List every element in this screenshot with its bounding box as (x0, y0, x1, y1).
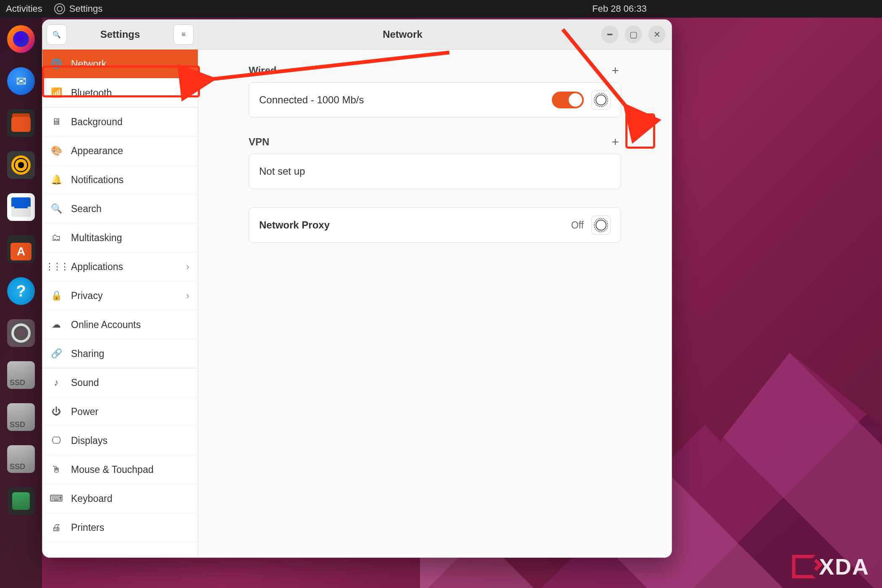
dock-trash[interactable] (7, 487, 35, 515)
search-icon (51, 203, 62, 214)
sidebar-title: Settings (71, 29, 169, 40)
dock-app-help[interactable] (7, 277, 35, 305)
privacy-icon (51, 290, 62, 301)
dock-app-ubuntu-software[interactable] (7, 235, 35, 263)
network-page: Wired + Connected - 1000 Mb/s (198, 50, 672, 276)
sidebar-item-power[interactable]: Power (42, 397, 198, 426)
sharing-icon (51, 348, 62, 359)
sidebar-item-label: Background (71, 116, 123, 128)
xda-watermark: XDA (792, 554, 869, 580)
main-header: Network ━ ▢ ✕ (198, 20, 672, 50)
settings-sidebar: 🔍 Settings ≡ NetworkBluetoothBackgroundA… (42, 20, 198, 557)
power-icon (51, 406, 62, 417)
sidebar-item-printers[interactable]: Printers (42, 513, 198, 542)
sidebar-item-label: Search (71, 203, 102, 215)
sidebar-item-applications[interactable]: Applications› (42, 252, 198, 281)
sidebar-item-label: Multitasking (71, 232, 122, 244)
sidebar-item-label: Printers (71, 522, 104, 533)
gear-icon (596, 220, 606, 231)
sidebar-item-label: Online Accounts (71, 319, 141, 331)
page-title: Network (204, 29, 601, 40)
dock-app-files[interactable] (7, 109, 35, 137)
window-minimize-button[interactable]: ━ (601, 26, 619, 43)
bluetooth-icon (51, 87, 62, 98)
sidebar-item-notifications[interactable]: Notifications (42, 165, 198, 194)
sidebar-list: NetworkBluetoothBackgroundAppearanceNoti… (42, 50, 198, 557)
wired-toggle[interactable] (552, 92, 584, 108)
plus-icon: + (612, 63, 619, 78)
sidebar-item-label: Sound (71, 377, 99, 388)
vpn-section: VPN + Not set up (249, 136, 621, 189)
dock-app-libreoffice-writer[interactable] (7, 193, 35, 221)
xda-logo-icon (792, 555, 816, 578)
network-proxy-row[interactable]: Network Proxy Off (249, 208, 621, 242)
chevron-right-icon: › (186, 261, 189, 273)
sidebar-menu-button[interactable]: ≡ (173, 24, 194, 45)
sidebar-item-multitasking[interactable]: Multitasking (42, 223, 198, 252)
dock-app-thunderbird[interactable] (7, 67, 35, 95)
vpn-heading: VPN (249, 136, 269, 148)
wired-connection-row: Connected - 1000 Mb/s (249, 83, 621, 117)
sidebar-item-network[interactable]: Network (42, 50, 198, 79)
sidebar-item-background[interactable]: Background (42, 108, 198, 136)
sidebar-item-sound[interactable]: Sound (42, 368, 198, 397)
dock-app-settings[interactable] (7, 319, 35, 347)
sidebar-item-label: Mouse & Touchpad (71, 464, 154, 475)
sidebar-item-label: Applications (71, 261, 123, 273)
window-close-button[interactable]: ✕ (648, 26, 666, 43)
sidebar-header: 🔍 Settings ≡ (42, 20, 198, 50)
sidebar-item-sharing[interactable]: Sharing (42, 339, 198, 368)
search-icon: 🔍 (52, 31, 61, 39)
sidebar-item-keyboard[interactable]: Keyboard (42, 484, 198, 513)
activities-button[interactable]: Activities (6, 3, 42, 14)
sidebar-item-bluetooth[interactable]: Bluetooth (42, 79, 198, 108)
sidebar-item-appearance[interactable]: Appearance (42, 136, 198, 165)
wired-settings-button[interactable] (591, 90, 611, 110)
clock[interactable]: Feb 28 06:33 (592, 3, 647, 14)
proxy-label: Network Proxy (259, 219, 330, 231)
sidebar-item-label: Bluetooth (71, 87, 112, 99)
vpn-add-button[interactable]: + (609, 136, 621, 148)
settings-main-panel: Network ━ ▢ ✕ Wired + Connected - 1000 M… (198, 20, 672, 557)
appearance-icon (51, 145, 62, 156)
minimize-icon: ━ (607, 29, 612, 39)
applications-icon (51, 261, 62, 272)
settings-window: 🔍 Settings ≡ NetworkBluetoothBackgroundA… (42, 19, 672, 558)
proxy-settings-button[interactable] (591, 215, 611, 235)
sidebar-item-label: Network (71, 58, 106, 70)
wired-section: Wired + Connected - 1000 Mb/s (249, 65, 621, 118)
sidebar-item-displays[interactable]: Displays (42, 426, 198, 455)
dock-drive-ssd-2[interactable] (7, 403, 35, 431)
dock-app-firefox[interactable] (7, 25, 35, 53)
window-maximize-button[interactable]: ▢ (625, 26, 642, 43)
background-icon (51, 116, 62, 127)
mouse-touchpad-icon (51, 464, 62, 475)
sidebar-item-label: Privacy (71, 290, 102, 302)
dock-app-rhythmbox[interactable] (7, 151, 35, 179)
sidebar-item-privacy[interactable]: Privacy› (42, 281, 198, 310)
sidebar-search-button[interactable]: 🔍 (47, 24, 67, 45)
gnome-top-bar: Activities Settings Feb 28 06:33 (0, 0, 882, 18)
dock-drive-ssd-3[interactable] (7, 445, 35, 473)
wired-add-button[interactable]: + (609, 65, 621, 76)
sidebar-item-mouse-touchpad[interactable]: Mouse & Touchpad (42, 455, 198, 484)
chevron-right-icon: › (186, 290, 189, 302)
ubuntu-dock (0, 18, 42, 588)
sidebar-item-online-accounts[interactable]: Online Accounts (42, 310, 198, 339)
topbar-app-indicator[interactable]: Settings (54, 3, 103, 14)
dock-drive-ssd-1[interactable] (7, 361, 35, 389)
online-accounts-icon (51, 319, 62, 330)
sidebar-item-label: Power (71, 406, 98, 417)
sidebar-item-label: Sharing (71, 348, 104, 360)
sidebar-item-label: Keyboard (71, 493, 112, 504)
gear-icon (596, 94, 606, 105)
notifications-icon (51, 174, 62, 185)
watermark-text: XDA (819, 554, 869, 580)
maximize-icon: ▢ (630, 29, 638, 39)
topbar-app-label: Settings (69, 3, 103, 14)
printers-icon (51, 522, 62, 533)
vpn-status-row: Not set up (249, 154, 621, 189)
sidebar-item-search[interactable]: Search (42, 194, 198, 223)
gear-icon (54, 3, 65, 14)
vpn-status-label: Not set up (259, 165, 305, 177)
